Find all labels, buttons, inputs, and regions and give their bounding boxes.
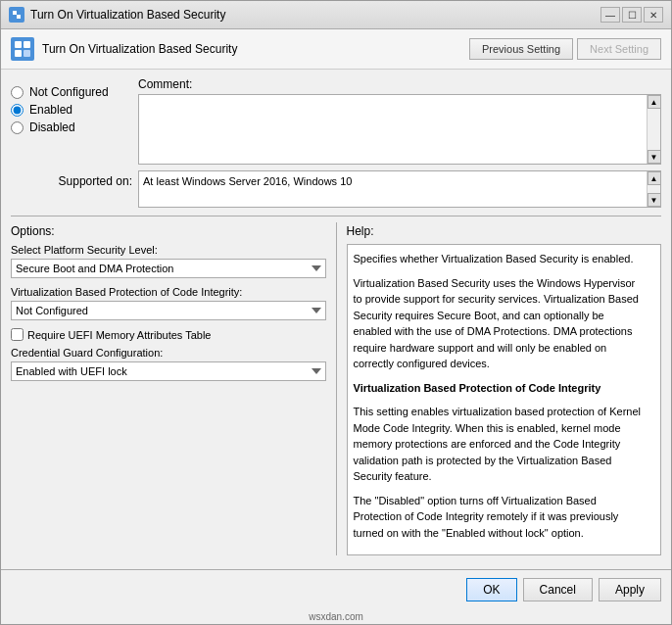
- radio-disabled-input[interactable]: [11, 121, 24, 134]
- svg-rect-7: [24, 50, 30, 57]
- vbs-select[interactable]: Not Configured Enabled with UEFI lock En…: [11, 301, 326, 320]
- supported-label: Supported on:: [11, 170, 138, 188]
- help-para-3: Virtualization Based Protection of Code …: [354, 380, 642, 397]
- panels-row: Options: Select Platform Security Level:…: [11, 216, 661, 555]
- svg-rect-6: [15, 50, 22, 57]
- help-para-5: The "Disabled" option turns off Virtuali…: [354, 493, 642, 542]
- help-para-4: This setting enables virtualization base…: [354, 404, 642, 485]
- svg-rect-1: [13, 11, 17, 15]
- radio-not-configured-input[interactable]: [11, 86, 24, 99]
- uefi-checkbox-text: Require UEFI Memory Attributes Table: [27, 329, 211, 341]
- next-setting-button[interactable]: Next Setting: [577, 38, 661, 60]
- uefi-checkbox[interactable]: [11, 328, 24, 341]
- svg-rect-4: [15, 41, 22, 48]
- radio-not-configured[interactable]: Not Configured: [11, 85, 138, 99]
- previous-setting-button[interactable]: Previous Setting: [469, 38, 573, 60]
- comment-scroll-up[interactable]: ▲: [648, 95, 661, 109]
- ok-button[interactable]: OK: [466, 578, 516, 601]
- svg-rect-5: [24, 41, 30, 48]
- title-bar: Turn On Virtualization Based Security — …: [1, 1, 671, 29]
- title-bar-left: Turn On Virtualization Based Security: [9, 7, 225, 23]
- supported-wrapper: At least Windows Server 2016, Windows 10…: [138, 170, 661, 208]
- supported-text: At least Windows Server 2016, Windows 10: [139, 171, 647, 207]
- title-controls: — ☐ ✕: [600, 7, 663, 23]
- header-buttons: Previous Setting Next Setting: [469, 38, 661, 60]
- minimize-button[interactable]: —: [600, 7, 620, 23]
- supported-scroll-down[interactable]: ▼: [648, 193, 661, 207]
- help-para-1: Specifies whether Virtualization Based S…: [354, 251, 642, 267]
- help-text-area[interactable]: Specifies whether Virtualization Based S…: [347, 244, 662, 555]
- comment-textarea[interactable]: [139, 95, 647, 164]
- window-title: Turn On Virtualization Based Security: [30, 8, 225, 22]
- credential-select[interactable]: Enabled with UEFI lock Disabled Enabled …: [11, 361, 326, 381]
- header-icon: [11, 37, 34, 61]
- header-bar: Turn On Virtualization Based Security Pr…: [1, 29, 671, 70]
- supported-scroll-up[interactable]: ▲: [648, 171, 661, 185]
- main-window: Turn On Virtualization Based Security — …: [0, 0, 672, 625]
- options-title: Options:: [11, 224, 326, 238]
- platform-label: Select Platform Security Level:: [11, 244, 326, 256]
- radio-group: Not Configured Enabled Disabled: [11, 81, 138, 138]
- window-icon: [9, 7, 24, 23]
- watermark: wsxdan.com: [1, 609, 671, 624]
- vbs-label: Virtualization Based Protection of Code …: [11, 286, 326, 298]
- radio-disabled-label: Disabled: [29, 120, 75, 134]
- footer-bar: OK Cancel Apply: [1, 569, 671, 609]
- header-title: Turn On Virtualization Based Security: [42, 42, 237, 56]
- platform-group: Select Platform Security Level: Secure B…: [11, 244, 326, 278]
- help-title: Help:: [347, 224, 662, 238]
- header-left: Turn On Virtualization Based Security: [11, 37, 237, 61]
- apply-button[interactable]: Apply: [599, 578, 661, 601]
- credential-label: Credential Guard Configuration:: [11, 347, 326, 359]
- supported-scrollbar: ▲ ▼: [647, 171, 660, 207]
- options-panel: Options: Select Platform Security Level:…: [11, 222, 337, 555]
- radio-not-configured-label: Not Configured: [29, 85, 109, 99]
- help-para-2: Virtualization Based Security uses the W…: [354, 275, 642, 372]
- comment-wrapper: ▲ ▼: [138, 94, 661, 165]
- comment-scrollbar: ▲ ▼: [647, 95, 660, 164]
- comment-scroll-down[interactable]: ▼: [648, 150, 661, 164]
- platform-select[interactable]: Secure Boot and DMA Protection Secure Bo…: [11, 259, 326, 278]
- cancel-button[interactable]: Cancel: [523, 578, 593, 601]
- radio-enabled[interactable]: Enabled: [11, 103, 138, 117]
- close-button[interactable]: ✕: [644, 7, 663, 23]
- uefi-checkbox-label[interactable]: Require UEFI Memory Attributes Table: [11, 328, 326, 341]
- svg-rect-2: [17, 15, 21, 19]
- help-panel: Help: Specifies whether Virtualization B…: [337, 222, 662, 555]
- radio-enabled-label: Enabled: [29, 103, 72, 117]
- comment-label: Comment:: [138, 77, 661, 91]
- credential-group: Credential Guard Configuration: Enabled …: [11, 347, 326, 381]
- radio-enabled-input[interactable]: [11, 104, 24, 117]
- maximize-button[interactable]: ☐: [622, 7, 642, 23]
- radio-disabled[interactable]: Disabled: [11, 120, 138, 134]
- vbs-group: Virtualization Based Protection of Code …: [11, 286, 326, 320]
- content-area: Not Configured Enabled Disabled Comment:: [1, 70, 671, 569]
